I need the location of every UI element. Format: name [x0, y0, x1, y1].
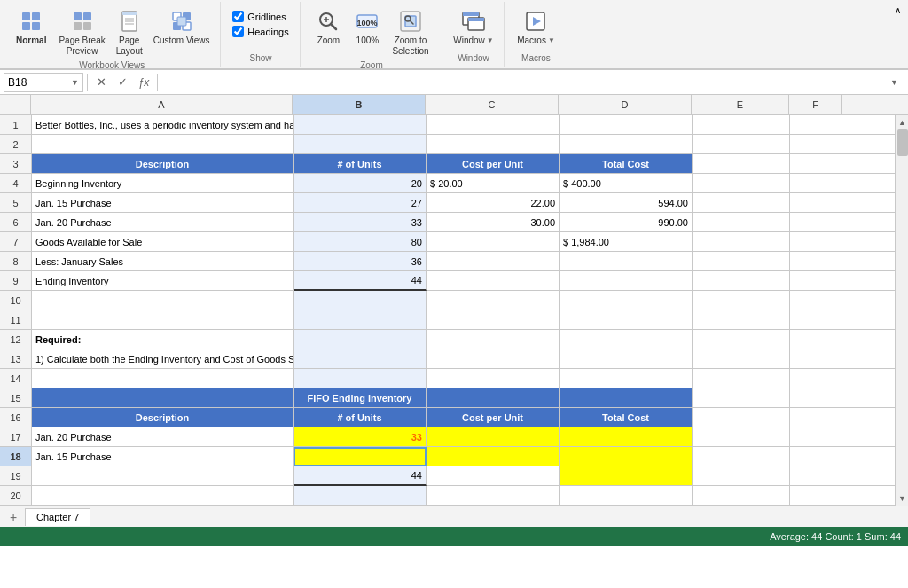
cell-c10[interactable]	[427, 291, 560, 310]
cell-e12[interactable]	[693, 330, 790, 349]
cell-a1[interactable]: Better Bottles, Inc., uses a periodic in…	[32, 115, 294, 135]
page-break-button[interactable]: Page BreakPreview	[55, 5, 108, 59]
cell-b1[interactable]	[294, 115, 427, 135]
cell-d11[interactable]	[560, 310, 693, 330]
gridlines-checkbox[interactable]: Gridlines	[232, 11, 288, 22]
row-header-13[interactable]: 13	[0, 349, 31, 369]
row-header-12[interactable]: 12	[0, 330, 31, 349]
cell-f4[interactable]	[790, 174, 896, 193]
cell-e16[interactable]	[693, 408, 790, 427]
cell-a8[interactable]: Less: January Sales	[32, 252, 294, 271]
add-sheet-button[interactable]: +	[4, 509, 23, 525]
row-header-2[interactable]: 2	[0, 135, 31, 154]
cell-b3[interactable]: # of Units	[294, 154, 427, 174]
cell-d20[interactable]	[560, 486, 693, 506]
cell-d4[interactable]: $ 400.00	[560, 174, 693, 193]
cell-d1[interactable]	[560, 115, 693, 135]
macros-button[interactable]: Macros ▼	[517, 35, 555, 45]
row-header-20[interactable]: 20	[0, 486, 31, 506]
cell-e4[interactable]	[693, 174, 790, 193]
row-header-3[interactable]: 3	[0, 154, 31, 174]
cell-e8[interactable]	[693, 252, 790, 271]
cell-a13[interactable]: 1) Calculate both the Ending Inventory a…	[32, 349, 294, 369]
cell-b11[interactable]	[294, 310, 427, 330]
cell-b14[interactable]	[294, 369, 427, 388]
cell-e13[interactable]	[693, 349, 790, 369]
cell-f12[interactable]	[790, 330, 896, 349]
cell-c18[interactable]	[427, 447, 560, 466]
cell-a4[interactable]: Beginning Inventory	[32, 174, 294, 193]
cell-a3[interactable]: Description	[32, 154, 294, 174]
cell-a5[interactable]: Jan. 15 Purchase	[32, 193, 294, 213]
cell-a17[interactable]: Jan. 20 Purchase	[32, 427, 294, 447]
cell-c9[interactable]	[427, 271, 560, 291]
cell-d15[interactable]	[560, 388, 693, 408]
cell-c19[interactable]	[427, 466, 560, 486]
cell-e9[interactable]	[693, 271, 790, 291]
cell-d13[interactable]	[560, 349, 693, 369]
cell-b16[interactable]: # of Units	[294, 408, 427, 427]
cell-e6[interactable]	[693, 213, 790, 232]
cell-b4[interactable]: 20	[294, 174, 427, 193]
cell-f19[interactable]	[790, 466, 896, 486]
row-header-15[interactable]: 15	[0, 388, 31, 408]
cell-f11[interactable]	[790, 310, 896, 330]
cell-f16[interactable]	[790, 408, 896, 427]
cell-d9[interactable]	[560, 271, 693, 291]
cell-b13[interactable]	[294, 349, 427, 369]
cell-e11[interactable]	[693, 310, 790, 330]
cell-d5[interactable]: 594.00	[560, 193, 693, 213]
cell-f17[interactable]	[790, 427, 896, 447]
cell-c7[interactable]	[427, 232, 560, 252]
cell-f1[interactable]	[790, 115, 896, 135]
cell-e15[interactable]	[693, 388, 790, 408]
row-header-5[interactable]: 5	[0, 193, 31, 213]
row-header-1[interactable]: 1	[0, 115, 31, 135]
cell-e1[interactable]	[693, 115, 790, 135]
ribbon-collapse[interactable]: ∧	[891, 2, 904, 19]
cell-a19[interactable]	[32, 466, 294, 486]
cell-c11[interactable]	[427, 310, 560, 330]
row-header-16[interactable]: 16	[0, 408, 31, 427]
confirm-formula-button[interactable]: ✓	[113, 73, 132, 92]
cell-d19[interactable]	[560, 466, 693, 486]
cell-b20[interactable]	[294, 486, 427, 506]
cell-e3[interactable]	[693, 154, 790, 174]
cell-b17[interactable]: 33	[294, 427, 427, 447]
cell-b7[interactable]: 80	[294, 232, 427, 252]
col-header-a[interactable]: A	[31, 95, 293, 114]
cell-c1[interactable]	[427, 115, 560, 135]
cell-b19[interactable]: 44	[294, 466, 427, 486]
row-header-18[interactable]: 18	[0, 447, 31, 466]
cell-d16[interactable]: Total Cost	[560, 408, 693, 427]
cell-c5[interactable]: 22.00	[427, 193, 560, 213]
cell-a7[interactable]: Goods Available for Sale	[32, 232, 294, 252]
cell-e18[interactable]	[693, 447, 790, 466]
cell-c12[interactable]	[427, 330, 560, 349]
cell-a11[interactable]	[32, 310, 294, 330]
cell-c8[interactable]	[427, 252, 560, 271]
cell-d10[interactable]	[560, 291, 693, 310]
cell-b5[interactable]: 27	[294, 193, 427, 213]
cell-a2[interactable]	[32, 135, 294, 154]
cell-b15[interactable]: FIFO Ending Inventory	[294, 388, 427, 408]
row-header-8[interactable]: 8	[0, 252, 31, 271]
cell-d6[interactable]: 990.00	[560, 213, 693, 232]
col-header-b[interactable]: B	[293, 95, 426, 114]
zoom-button[interactable]: Zoom	[310, 5, 346, 47]
cell-f7[interactable]	[790, 232, 896, 252]
cell-d2[interactable]	[560, 135, 693, 154]
cell-f8[interactable]	[790, 252, 896, 271]
cell-f18[interactable]	[790, 447, 896, 466]
cell-b18[interactable]	[294, 447, 427, 466]
row-header-17[interactable]: 17	[0, 427, 31, 447]
row-header-4[interactable]: 4	[0, 174, 31, 193]
scrollbar-thumb[interactable]	[897, 129, 908, 156]
row-header-19[interactable]: 19	[0, 466, 31, 486]
cell-f2[interactable]	[790, 135, 896, 154]
cell-a16[interactable]: Description	[32, 408, 294, 427]
cell-e7[interactable]	[693, 232, 790, 252]
cancel-formula-button[interactable]: ✕	[91, 73, 111, 92]
window-button[interactable]: Window ▼	[453, 35, 494, 45]
cell-e20[interactable]	[693, 486, 790, 506]
